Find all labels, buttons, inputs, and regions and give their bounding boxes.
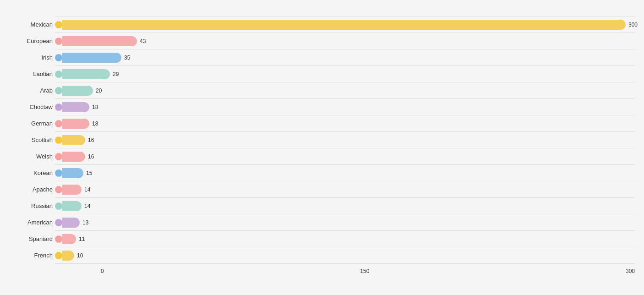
bar-row: German18	[55, 115, 635, 131]
bar-row: Spaniard11	[55, 230, 635, 247]
bar-label: Mexican	[9, 21, 53, 28]
bar-row: Apache14	[55, 181, 635, 197]
bar-dot	[55, 252, 62, 259]
bar-fill	[62, 218, 80, 228]
bar-dot	[55, 38, 62, 45]
bar-fill	[62, 20, 626, 30]
bar-row: European43	[55, 33, 635, 49]
bar-label: Apache	[9, 186, 53, 193]
bar-track: 10	[55, 250, 635, 262]
bar-value-label: 16	[88, 153, 94, 160]
bar-dot	[55, 104, 62, 111]
bar-label: Russian	[9, 202, 53, 209]
bar-fill	[62, 185, 82, 195]
bar-dot	[55, 54, 62, 61]
bar-row: French10	[55, 247, 635, 263]
bar-track: 43	[55, 35, 635, 47]
bar-label: German	[9, 120, 53, 127]
bar-dot	[55, 202, 62, 210]
bar-track: 20	[55, 85, 635, 97]
bar-dot	[55, 137, 62, 144]
bar-fill	[62, 201, 82, 211]
bar-track: 29	[55, 68, 635, 80]
bar-dot	[55, 21, 62, 28]
bar-row: Irish35	[55, 49, 635, 66]
bar-dot	[55, 169, 62, 177]
bar-value-label: 20	[96, 87, 102, 94]
bar-label: Korean	[9, 169, 53, 176]
bar-label: Spaniard	[9, 235, 53, 242]
bar-value-label: 11	[79, 236, 85, 242]
bar-fill	[62, 53, 121, 63]
bar-dot	[55, 219, 62, 226]
bar-label: Scottish	[9, 137, 53, 143]
bar-fill	[62, 168, 83, 178]
bar-label: American	[9, 219, 53, 226]
bar-track: 11	[55, 233, 635, 245]
bar-row: Choctaw18	[55, 98, 635, 115]
bar-track: 15	[55, 167, 635, 179]
bar-row: Korean15	[55, 164, 635, 181]
bar-fill	[62, 69, 110, 79]
bar-label: Choctaw	[9, 104, 53, 110]
bar-value-label: 15	[86, 170, 92, 176]
bar-value-label: 18	[92, 104, 98, 110]
bar-row: Arab20	[55, 82, 635, 98]
bar-value-label: 29	[113, 71, 119, 77]
bar-track: 14	[55, 184, 635, 196]
bar-fill	[62, 36, 137, 46]
bars-container: Mexican300European43Irish35Laotian29Arab…	[55, 16, 635, 264]
bar-label: French	[9, 252, 53, 259]
bar-row: Scottish16	[55, 131, 635, 148]
bar-track: 18	[55, 118, 635, 130]
bar-dot	[55, 87, 62, 94]
bar-value-label: 16	[88, 137, 94, 143]
bar-value-label: 10	[77, 252, 83, 259]
bar-row: Russian14	[55, 197, 635, 214]
bar-value-label: 43	[140, 38, 146, 44]
bar-track: 14	[55, 200, 635, 212]
x-axis-labels: 0150300	[101, 266, 635, 274]
chart-inner: Mexican300European43Irish35Laotian29Arab…	[9, 16, 635, 274]
bar-dot	[55, 153, 62, 160]
bar-label: Welsh	[9, 153, 53, 160]
bar-label: European	[9, 38, 53, 44]
bar-fill	[62, 119, 89, 129]
x-axis-label: 300	[626, 268, 635, 274]
chart-container: Mexican300European43Irish35Laotian29Arab…	[0, 0, 644, 293]
bar-fill	[62, 86, 93, 96]
bar-fill	[62, 234, 76, 244]
bar-dot	[55, 71, 62, 78]
bar-dot	[55, 186, 62, 193]
bar-track: 16	[55, 151, 635, 163]
bar-row: Laotian29	[55, 66, 635, 82]
bar-track: 16	[55, 134, 635, 146]
bar-track: 13	[55, 217, 635, 229]
bar-label: Irish	[9, 54, 53, 61]
bar-track: 18	[55, 101, 635, 113]
bar-row: Mexican300	[55, 16, 635, 33]
bar-value-label: 13	[82, 219, 88, 226]
bar-fill	[62, 135, 85, 145]
bar-label: Arab	[9, 87, 53, 94]
bar-row: Welsh16	[55, 148, 635, 164]
x-axis-label: 150	[360, 268, 369, 274]
bar-value-label: 300	[628, 22, 638, 28]
bar-fill	[62, 251, 74, 261]
bar-value-label: 14	[84, 203, 90, 209]
bar-dot	[55, 235, 62, 243]
bar-value-label: 18	[92, 120, 98, 127]
bar-value-label: 14	[84, 186, 90, 193]
bar-value-label: 35	[124, 55, 130, 61]
bar-track: 300	[55, 19, 638, 31]
bar-fill	[62, 152, 85, 162]
x-axis-label: 0	[101, 268, 104, 274]
x-axis: 0150300	[55, 266, 635, 274]
bar-label: Laotian	[9, 71, 53, 77]
bar-fill	[62, 102, 89, 112]
bar-track: 35	[55, 52, 635, 64]
bar-dot	[55, 120, 62, 127]
bar-row: American13	[55, 214, 635, 230]
